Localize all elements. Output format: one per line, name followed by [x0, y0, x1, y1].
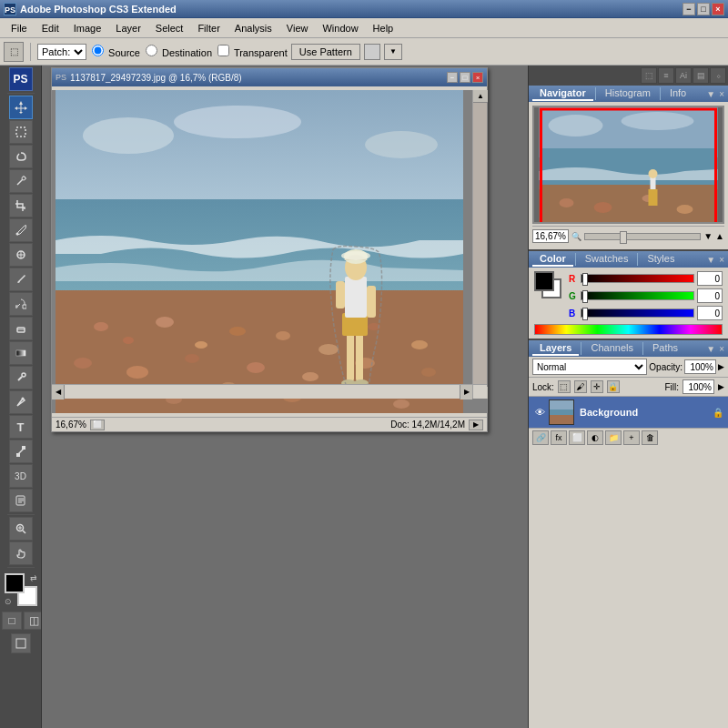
eraser-tool[interactable] — [9, 317, 33, 340]
zoom-tool[interactable] — [9, 517, 33, 541]
g-slider-thumb[interactable] — [582, 290, 588, 303]
lock-paint-icon[interactable]: 🖌 — [574, 380, 587, 393]
menu-layer[interactable]: Layer — [108, 21, 148, 35]
tab-info[interactable]: Info — [662, 86, 693, 101]
lock-transparent-icon[interactable]: ⬚ — [558, 380, 571, 393]
doc-minimize[interactable]: − — [447, 72, 458, 83]
notes-tool[interactable] — [9, 489, 33, 512]
color-spectrum[interactable] — [534, 324, 723, 335]
maximize-button[interactable]: □ — [697, 3, 710, 15]
tab-histogram[interactable]: Histogram — [598, 86, 658, 101]
color-panel-menu[interactable]: ▼ — [706, 255, 715, 265]
link-layers-btn[interactable]: 🔗 — [532, 430, 549, 445]
panel-icon-2[interactable]: ≡ — [658, 67, 674, 84]
add-style-btn[interactable]: fx — [551, 430, 567, 445]
color-fg-box[interactable] — [534, 271, 554, 291]
foreground-color-swatch[interactable] — [5, 573, 25, 593]
hand-tool[interactable] — [9, 541, 33, 565]
r-slider-thumb[interactable] — [582, 273, 588, 286]
opacity-arrow[interactable]: ▶ — [718, 362, 724, 371]
marquee-tool[interactable] — [9, 120, 33, 144]
gradient-tool[interactable] — [9, 341, 33, 365]
fill-arrow[interactable]: ▶ — [718, 382, 724, 391]
scroll-right-arrow[interactable]: ▶ — [460, 385, 472, 399]
doc-maximize[interactable]: □ — [460, 72, 470, 83]
g-slider[interactable] — [581, 291, 694, 300]
tab-swatches[interactable]: Swatches — [578, 252, 636, 267]
nav-zoom-out-icon[interactable]: 🔍 — [571, 232, 581, 241]
lock-position-icon[interactable]: ✛ — [591, 380, 603, 393]
tab-paths[interactable]: Paths — [645, 341, 685, 356]
menu-file[interactable]: File — [4, 21, 35, 35]
path-select-tool[interactable] — [9, 440, 33, 463]
scroll-up-arrow[interactable]: ▲ — [473, 90, 488, 103]
tab-styles[interactable]: Styles — [640, 252, 682, 267]
nav-zoom-slider[interactable] — [584, 233, 701, 240]
destination-radio[interactable] — [146, 45, 157, 56]
tab-channels[interactable]: Channels — [583, 341, 640, 356]
standard-mode-button[interactable]: □ — [2, 612, 22, 630]
menu-help[interactable]: Help — [366, 21, 401, 35]
navigator-panel-close[interactable]: × — [719, 89, 724, 99]
use-pattern-button[interactable]: Use Pattern — [291, 44, 360, 60]
add-layer-btn[interactable]: + — [623, 430, 640, 445]
b-value[interactable]: 0 — [697, 306, 723, 320]
brush-tool-icon[interactable]: ⬚ — [4, 42, 24, 62]
doc-close[interactable]: × — [472, 72, 483, 83]
crop-tool[interactable] — [9, 194, 33, 217]
tab-color[interactable]: Color — [532, 252, 573, 267]
dodge-tool[interactable] — [9, 366, 33, 389]
scroll-left-arrow[interactable]: ◀ — [52, 385, 65, 399]
minimize-button[interactable]: − — [682, 3, 695, 15]
menu-edit[interactable]: Edit — [35, 21, 66, 35]
menu-analysis[interactable]: Analysis — [228, 21, 279, 35]
menu-filter[interactable]: Filter — [190, 21, 227, 35]
pen-tool[interactable] — [9, 390, 33, 414]
layer-row-background[interactable]: 👁 Background 🔒 — [529, 397, 728, 428]
menu-view[interactable]: View — [279, 21, 316, 35]
panel-icon-1[interactable]: ⬚ — [641, 67, 657, 84]
panel-icon-5[interactable]: ⬦ — [710, 67, 726, 84]
doc-info-button[interactable]: ▶ — [469, 420, 483, 430]
layers-panel-menu[interactable]: ▼ — [706, 344, 715, 354]
scrollbar-horizontal[interactable]: ◀ ▶ — [52, 384, 472, 399]
screen-mode-button[interactable] — [11, 633, 31, 653]
layers-panel-close[interactable]: × — [719, 344, 724, 354]
nav-zoom-up[interactable]: ▲ — [715, 231, 724, 241]
add-mask-btn[interactable]: ⬜ — [569, 430, 585, 445]
type-tool[interactable]: T — [9, 415, 33, 439]
transparent-checkbox[interactable] — [217, 45, 229, 56]
delete-layer-btn[interactable]: 🗑 — [642, 430, 658, 445]
lock-all-icon[interactable]: 🔒 — [607, 380, 620, 393]
magic-wand-tool[interactable] — [9, 169, 33, 193]
menu-window[interactable]: Window — [315, 21, 365, 35]
r-value[interactable]: 0 — [697, 271, 723, 286]
eyedropper-tool[interactable] — [9, 218, 33, 242]
pattern-dropdown[interactable]: ▼ — [384, 44, 402, 60]
3d-tool[interactable]: 3D — [9, 464, 33, 488]
nav-zoom-down[interactable]: ▼ — [703, 231, 713, 241]
menu-image[interactable]: Image — [66, 21, 109, 35]
patch-select[interactable]: Patch: — [37, 44, 86, 60]
b-slider[interactable] — [581, 308, 694, 318]
lasso-tool[interactable] — [9, 145, 33, 168]
close-button[interactable]: × — [712, 3, 724, 15]
r-slider[interactable] — [581, 274, 694, 283]
panel-icon-4[interactable]: ▤ — [693, 67, 709, 84]
add-group-btn[interactable]: 📁 — [605, 430, 622, 445]
menu-select[interactable]: Select — [148, 21, 191, 35]
zoom-status-button[interactable]: ⬜ — [90, 420, 105, 430]
brush-tool[interactable] — [9, 268, 33, 291]
quick-mask-button[interactable]: ◫ — [24, 612, 42, 630]
scrollbar-vertical[interactable]: ▲ ▼ — [472, 90, 487, 399]
layer-blend-mode-select[interactable]: Normal — [532, 359, 647, 375]
add-adjustment-btn[interactable]: ◐ — [587, 430, 603, 445]
b-slider-thumb[interactable] — [582, 308, 588, 320]
layer-eye-icon[interactable]: 👁 — [532, 405, 547, 420]
stamp-tool[interactable] — [9, 292, 33, 316]
reset-colors-icon[interactable]: ⊙ — [5, 597, 12, 606]
tab-layers[interactable]: Layers — [532, 341, 579, 356]
swap-colors-icon[interactable]: ⇄ — [30, 573, 37, 582]
panel-icon-3[interactable]: Ai — [675, 67, 692, 84]
g-value[interactable]: 0 — [697, 288, 723, 303]
